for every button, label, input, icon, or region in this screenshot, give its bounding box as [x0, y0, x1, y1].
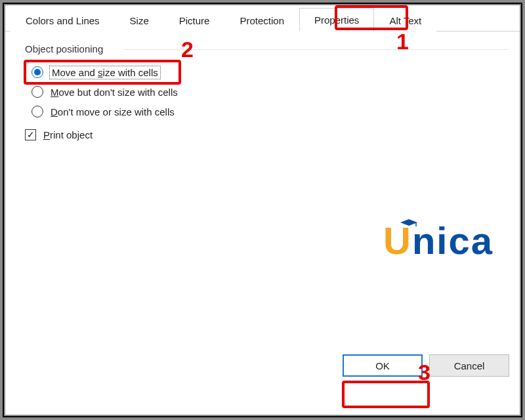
radio-indicator-icon: [32, 86, 43, 98]
unica-logo: Unica: [383, 222, 494, 260]
tab-size[interactable]: Size: [115, 9, 164, 32]
radio-dont-move[interactable]: Don't move or size with cells: [32, 102, 501, 121]
tab-alt-text[interactable]: Alt Text: [374, 9, 436, 32]
label-fragment: on't move or size with cells: [58, 106, 175, 117]
properties-pane: Object positioning Move and size with ce…: [5, 32, 520, 386]
accelerator-letter: M: [51, 87, 59, 98]
radio-label: Move but don't size with cells: [51, 87, 178, 98]
tab-properties[interactable]: Properties: [299, 8, 374, 32]
radio-indicator-icon: [32, 66, 43, 78]
tab-protection[interactable]: Protection: [224, 9, 299, 32]
checkbox-indicator-icon: [25, 129, 36, 140]
radio-move-and-size[interactable]: Move and size with cells: [32, 62, 501, 82]
radio-label: Don't move or size with cells: [51, 106, 175, 117]
radio-group-positioning: Move and size with cells Move but don't …: [25, 58, 501, 127]
dialog-button-bar: OK Cancel: [343, 354, 509, 377]
dialog-panel: Colors and Lines Size Picture Protection…: [5, 5, 520, 415]
accelerator-letter: D: [51, 106, 58, 117]
label-fragment: Move and: [52, 67, 98, 78]
graduation-cap-icon: [400, 219, 417, 226]
label-fragment: ize with cells: [103, 67, 158, 78]
svg-marker-0: [400, 219, 417, 226]
outer-frame: Colors and Lines Size Picture Protection…: [3, 3, 522, 417]
cancel-button[interactable]: Cancel: [429, 354, 509, 377]
radio-label: Move and size with cells: [51, 67, 159, 78]
tab-colors-and-lines[interactable]: Colors and Lines: [10, 9, 115, 32]
checkbox-label: Print object: [43, 129, 93, 140]
label-fragment: ove but don't size with cells: [59, 87, 178, 98]
radio-indicator-icon: [32, 106, 43, 117]
group-object-positioning: Object positioning: [25, 43, 501, 54]
ok-button[interactable]: OK: [343, 354, 423, 377]
accelerator-letter: P: [43, 129, 50, 140]
tab-row: Colors and Lines Size Picture Protection…: [5, 5, 520, 32]
tab-picture[interactable]: Picture: [164, 9, 225, 32]
radio-move-no-size[interactable]: Move but don't size with cells: [32, 82, 501, 102]
logo-rest: nica: [412, 219, 494, 262]
accelerator-letter: s: [98, 67, 103, 78]
label-fragment: rint object: [50, 129, 93, 140]
checkbox-print-object[interactable]: Print object: [25, 127, 501, 140]
